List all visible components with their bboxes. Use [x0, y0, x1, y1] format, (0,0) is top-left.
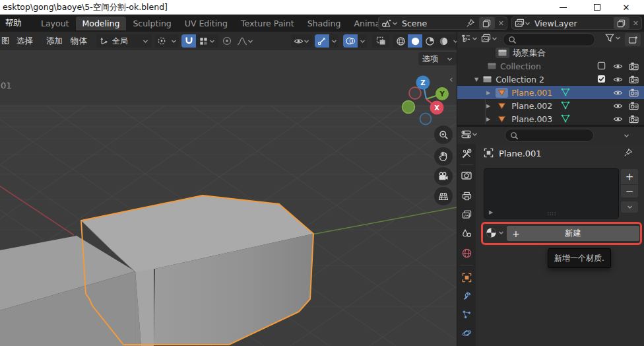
- eye-icon[interactable]: [613, 114, 623, 124]
- tab-world[interactable]: [461, 248, 472, 258]
- slot-specials-button[interactable]: [621, 201, 638, 213]
- falloff-dropdown[interactable]: [235, 34, 255, 48]
- outliner-row-plane-002[interactable]: ▶ Plane.002: [457, 99, 644, 112]
- eye-icon[interactable]: [613, 61, 623, 71]
- outliner-search-input[interactable]: [503, 33, 595, 46]
- camera-icon[interactable]: [629, 88, 639, 97]
- close-icon[interactable]: ✕: [633, 19, 639, 28]
- shading-dropdown[interactable]: [451, 34, 457, 48]
- view-menu[interactable]: 图: [0, 36, 14, 47]
- gizmos-dropdown[interactable]: [329, 34, 338, 48]
- gizmo-neg-x-ball[interactable]: [409, 87, 421, 99]
- disclosure-expanded-icon[interactable]: ▼: [474, 77, 478, 83]
- tab-layout[interactable]: Layout: [34, 17, 76, 30]
- help-menu[interactable]: 帮助: [1, 18, 26, 29]
- tab-view-layer[interactable]: [461, 209, 472, 220]
- resize-grip-icon[interactable]: ∷∷: [548, 211, 556, 217]
- snap-with-dropdown[interactable]: [196, 34, 218, 48]
- add-slot-button[interactable]: +: [621, 169, 638, 184]
- move-view-button[interactable]: [434, 147, 453, 166]
- view-layer-name[interactable]: ViewLayer: [534, 18, 614, 28]
- options-button[interactable]: 选项: [418, 52, 457, 65]
- overlays-dropdown[interactable]: [358, 34, 367, 48]
- tab-scene[interactable]: [461, 228, 472, 238]
- view-layer-selector[interactable]: ViewLayer ✕: [511, 17, 642, 30]
- snap-magnet-toggle[interactable]: [181, 34, 196, 48]
- row-label[interactable]: Collection 2: [496, 75, 544, 85]
- new-material-button[interactable]: + 新建: [507, 226, 639, 241]
- camera-icon[interactable]: [629, 114, 639, 123]
- scene-selector[interactable]: Scene ✕: [378, 17, 507, 30]
- tab-particles[interactable]: [461, 309, 472, 320]
- tab-modeling[interactable]: Modeling: [76, 17, 127, 30]
- editor-type-button[interactable]: [461, 34, 478, 43]
- checkbox-unchecked-icon[interactable]: [597, 61, 606, 70]
- show-overlays-toggle[interactable]: [343, 34, 358, 48]
- mesh-data-icon[interactable]: [561, 88, 570, 96]
- outliner-row-collection[interactable]: Collection: [457, 59, 644, 73]
- pin-icon[interactable]: [624, 148, 633, 157]
- zoom-button[interactable]: [434, 125, 453, 144]
- viewport-canvas[interactable]: Z Y X: [0, 50, 457, 346]
- tab-texture-paint[interactable]: Texture Paint: [234, 17, 301, 30]
- camera-icon[interactable]: [629, 61, 639, 71]
- transform-orientation-dropdown[interactable]: 全局: [96, 34, 152, 48]
- perspective-toggle-button[interactable]: [434, 187, 453, 205]
- object-menu[interactable]: 物体: [67, 36, 91, 47]
- breadcrumb[interactable]: Plane.001: [499, 149, 542, 158]
- new-collection-button[interactable]: [625, 33, 641, 46]
- shading-material-button[interactable]: [422, 34, 437, 48]
- select-menu[interactable]: 选择: [13, 36, 37, 47]
- tab-modifiers[interactable]: [461, 291, 472, 301]
- display-mode-button[interactable]: [481, 34, 498, 43]
- pin-icon[interactable]: [466, 18, 475, 28]
- checkbox-checked-icon[interactable]: [597, 75, 606, 83]
- filter-button[interactable]: [605, 34, 621, 42]
- close-icon[interactable]: ✕: [498, 19, 504, 28]
- material-browse-dropdown[interactable]: [486, 227, 504, 238]
- visibility-dropdown[interactable]: [291, 34, 312, 48]
- chevron-down-icon[interactable]: [525, 20, 531, 26]
- tab-object[interactable]: [461, 272, 472, 283]
- mesh-data-icon[interactable]: [561, 114, 570, 123]
- outliner-row-plane-003[interactable]: ▶ Plane.003: [457, 112, 644, 125]
- shading-solid-button[interactable]: [408, 34, 422, 48]
- remove-slot-button[interactable]: −: [621, 185, 638, 197]
- disclosure-collapsed-icon[interactable]: ▶: [486, 90, 490, 96]
- properties-search-input[interactable]: [505, 129, 594, 142]
- maximize-button[interactable]: [587, 0, 607, 15]
- tab-render[interactable]: [461, 170, 472, 180]
- row-label[interactable]: Plane.001: [511, 88, 552, 98]
- editor-type-button[interactable]: [461, 130, 478, 139]
- camera-view-button[interactable]: [434, 167, 453, 186]
- mesh-data-icon[interactable]: [561, 101, 570, 110]
- outliner-row-scene-collection[interactable]: 场景集合: [457, 46, 644, 59]
- close-button[interactable]: ✕: [616, 0, 636, 15]
- eye-icon[interactable]: [613, 75, 623, 85]
- eye-icon[interactable]: [613, 88, 623, 98]
- properties-menu-icon[interactable]: [624, 133, 629, 139]
- sidebar-toggle-arrow[interactable]: ‹: [449, 74, 453, 85]
- toggle-xray-button[interactable]: [372, 34, 389, 48]
- disclosure-collapsed-icon[interactable]: ▶: [486, 116, 490, 122]
- add-menu[interactable]: 添加: [42, 36, 67, 47]
- minimize-button[interactable]: [553, 0, 573, 15]
- disclosure-collapsed-icon[interactable]: ▶: [486, 103, 490, 109]
- copy-icon[interactable]: [614, 17, 629, 29]
- tab-physics[interactable]: [461, 328, 472, 338]
- scene-name[interactable]: Scene: [402, 18, 466, 28]
- shading-rendered-button[interactable]: [437, 34, 451, 48]
- gizmo-neg-y-ball[interactable]: [402, 101, 415, 114]
- camera-icon[interactable]: [629, 101, 639, 110]
- chevron-down-icon[interactable]: [392, 20, 398, 26]
- filter-expand-icon[interactable]: ▶: [489, 209, 493, 215]
- shading-wireframe-button[interactable]: [393, 34, 408, 48]
- outliner-row-collection-2[interactable]: ▼ Collection 2: [457, 73, 644, 86]
- tab-shading[interactable]: Shading: [301, 17, 348, 30]
- tab-sculpting[interactable]: Sculpting: [126, 17, 177, 30]
- outliner-row-plane-001[interactable]: ▶ Plane.001: [457, 86, 644, 99]
- row-label[interactable]: Plane.002: [511, 101, 552, 111]
- tab-uv-editing[interactable]: UV Editing: [178, 17, 234, 30]
- camera-icon[interactable]: [629, 75, 639, 84]
- row-label[interactable]: 场景集合: [513, 48, 546, 59]
